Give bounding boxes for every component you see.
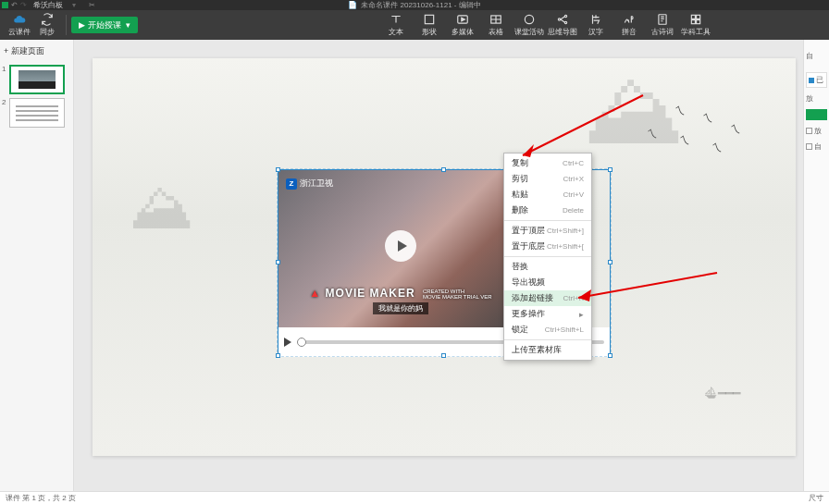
- slide-number: 2: [2, 98, 7, 106]
- toolbar: 云课件 同步 ▶开始授课▾ 文本 形状 多媒体 表格 课堂活动 思维导图 汉字 …: [0, 10, 829, 40]
- svg-rect-0: [425, 15, 433, 23]
- ctx-paste[interactable]: 粘贴Ctrl+V: [504, 187, 591, 203]
- ctx-copy[interactable]: 复制Ctrl+C: [504, 155, 591, 171]
- ctx-send-bottom[interactable]: 置于底层Ctrl+Shift+[: [504, 239, 591, 254]
- resize-handle[interactable]: [276, 167, 280, 172]
- tool-mindmap[interactable]: 思维导图: [546, 11, 579, 39]
- subtitle-strap: 我就是你的妈: [373, 302, 428, 314]
- bird-icon: 乀: [731, 123, 740, 136]
- svg-rect-9: [691, 15, 695, 18]
- checkbox-label: 放: [814, 126, 822, 136]
- redo-icon[interactable]: ↷: [20, 1, 27, 9]
- video-preview: Z浙江卫视 ▲ MOVIE MAKER CREATED WITHMOVIE MA…: [278, 170, 523, 327]
- window-title: 未命名课件 20231026-1121 - 编辑中: [361, 0, 480, 10]
- title-bar: ↶ ↷ 希沃白板 ▾ ✂ 📄未命名课件 20231026-1121 - 编辑中: [0, 0, 829, 10]
- resize-handle[interactable]: [441, 167, 446, 172]
- resize-handle[interactable]: [608, 167, 612, 172]
- play-button[interactable]: [284, 338, 291, 347]
- menu-file[interactable]: 希沃白板: [33, 0, 63, 10]
- tool-table[interactable]: 表格: [479, 11, 513, 39]
- ctx-more[interactable]: 更多操作▸: [504, 306, 591, 322]
- status-bar: 课件 第 1 页，共 2 页 尺寸: [0, 491, 829, 504]
- context-menu: 复制Ctrl+C 剪切Ctrl+X 粘贴Ctrl+V 删除Delete 置于顶层…: [503, 153, 592, 361]
- ctx-export-video[interactable]: 导出视频: [504, 275, 591, 290]
- svg-point-6: [564, 15, 566, 17]
- tool-poem[interactable]: 古诗词: [646, 11, 679, 39]
- panel-tab[interactable]: 已: [806, 72, 827, 88]
- properties-panel: 自 已 放 放 自: [803, 40, 829, 491]
- play-icon[interactable]: [385, 230, 416, 262]
- slide-thumbnail[interactable]: [9, 65, 65, 94]
- cloud-button[interactable]: 云课件: [6, 11, 33, 39]
- boat-deco: ⛵︎━━━: [705, 386, 740, 400]
- panel-label: 自: [806, 52, 813, 60]
- sync-button[interactable]: 同步: [33, 11, 61, 39]
- add-slide-button[interactable]: + 新建页面: [2, 42, 71, 61]
- tool-text[interactable]: 文本: [379, 11, 413, 39]
- ctx-lock[interactable]: 锁定Ctrl+Shift+L: [504, 322, 591, 338]
- svg-marker-2: [462, 18, 465, 21]
- checkbox[interactable]: [806, 143, 812, 150]
- mountain-deco: ⛰: [583, 49, 685, 166]
- svg-point-7: [564, 21, 566, 23]
- svg-rect-11: [691, 20, 695, 24]
- resize-handle[interactable]: [608, 353, 612, 358]
- ctx-upload[interactable]: 上传至素材库: [504, 342, 591, 358]
- svg-rect-10: [697, 15, 700, 18]
- ctx-cut[interactable]: 剪切Ctrl+X: [504, 171, 591, 187]
- ctx-add-hyperlink[interactable]: 添加超链接Ctrl+K: [504, 290, 591, 306]
- maker-watermark: ▲ MOVIE MAKER CREATED WITHMOVIE MAKER TR…: [278, 287, 523, 300]
- cut-icon[interactable]: ✂: [89, 1, 95, 9]
- tool-media[interactable]: 多媒体: [446, 11, 479, 39]
- svg-point-5: [558, 18, 560, 20]
- tool-shape[interactable]: 形状: [413, 11, 446, 39]
- ctx-bring-top[interactable]: 置于顶层Ctrl+Shift+]: [504, 223, 591, 239]
- slide-thumbnail[interactable]: [9, 98, 65, 128]
- panel-button[interactable]: [806, 109, 827, 120]
- play-icon: ▶: [79, 20, 85, 30]
- start-present-button[interactable]: ▶开始授课▾: [71, 17, 138, 33]
- tool-pinyin[interactable]: 拼音: [612, 11, 646, 39]
- checkbox-label: 自: [814, 141, 822, 152]
- tool-hanzi[interactable]: 汉字: [579, 11, 612, 39]
- mountain-deco: ⛰: [130, 169, 194, 243]
- resize-handle[interactable]: [276, 353, 280, 358]
- checkbox[interactable]: [806, 128, 812, 134]
- app-icon: [2, 2, 8, 8]
- ctx-delete[interactable]: 删除Delete: [504, 203, 591, 218]
- channel-watermark: Z浙江卫视: [286, 178, 333, 190]
- tool-activity[interactable]: 课堂活动: [513, 11, 546, 39]
- resize-handle[interactable]: [441, 353, 446, 358]
- slide-panel: + 新建页面 1 2: [0, 40, 74, 491]
- svg-rect-12: [697, 20, 700, 24]
- bird-icon: 乀: [703, 112, 712, 125]
- undo-icon[interactable]: ↶: [11, 1, 18, 9]
- tool-subject[interactable]: 学科工具: [679, 11, 712, 39]
- slide-number: 1: [2, 65, 7, 73]
- canvas[interactable]: 乀 乀 乀 乀 乀 乀 ⛰ ⛰ ⛵︎━━━ Z浙江卫视 ▲ MOVIE MAKE…: [74, 40, 803, 491]
- dropdown-icon[interactable]: ▾: [72, 1, 76, 9]
- ctx-replace[interactable]: 替换: [504, 259, 591, 275]
- resize-handle[interactable]: [276, 260, 280, 264]
- panel-label: 放: [806, 94, 813, 103]
- doc-icon: 📄: [348, 1, 357, 9]
- status-page-info: 课件 第 1 页，共 2 页: [6, 493, 76, 503]
- resize-handle[interactable]: [608, 260, 612, 264]
- slide[interactable]: 乀 乀 乀 乀 乀 乀 ⛰ ⛰ ⛵︎━━━ Z浙江卫视 ▲ MOVIE MAKE…: [93, 58, 796, 456]
- bird-icon: 乀: [712, 141, 722, 154]
- status-size: 尺寸: [809, 493, 823, 503]
- svg-point-4: [525, 15, 533, 23]
